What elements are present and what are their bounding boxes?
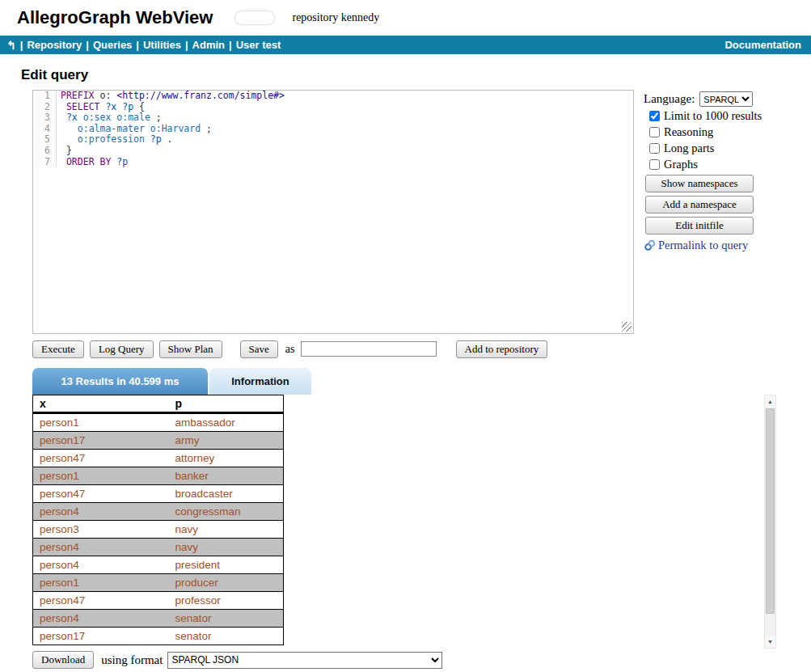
- query-editor[interactable]: 1PREFIX o: <http://www.franz.com/simple#…: [32, 90, 634, 334]
- checkbox-long-parts[interactable]: [649, 143, 660, 154]
- code-text: SELECT ?x ?p {: [57, 102, 145, 113]
- execute-button[interactable]: Execute: [32, 340, 84, 358]
- download-button[interactable]: Download: [32, 651, 94, 669]
- results-body: person1ambassadorperson17armyperson47att…: [33, 413, 284, 645]
- table-row[interactable]: person4congressman: [33, 503, 284, 521]
- table-cell: professor: [169, 592, 284, 610]
- main-nav: ↰ |Repository|Queries|Utilities|Admin|Us…: [0, 36, 811, 54]
- table-row[interactable]: person3navy: [33, 521, 284, 539]
- table-cell: senator: [169, 628, 284, 645]
- table-cell: senator: [169, 610, 284, 628]
- app-title: AllegroGraph WebView: [17, 7, 213, 28]
- language-label: Language:: [644, 92, 695, 106]
- main-content: Edit query 1PREFIX o: <http://www.franz.…: [0, 67, 811, 669]
- line-number: 2: [33, 102, 57, 113]
- option-limit-to-1000-results[interactable]: Limit to 1000 results: [649, 109, 791, 123]
- editor-lines: 1PREFIX o: <http://www.franz.com/simple#…: [33, 91, 633, 167]
- language-select[interactable]: SPARQL: [699, 91, 753, 107]
- results-scrollbar[interactable]: ▲ ▼: [764, 395, 776, 649]
- option-long-parts[interactable]: Long parts: [649, 142, 791, 155]
- checkbox-reasoning[interactable]: [649, 127, 660, 137]
- code-text: PREFIX o: <http://www.franz.com/simple#>: [57, 91, 285, 102]
- editor-resize-grip[interactable]: [622, 322, 631, 332]
- code-text: ?x o:sex o:male ;: [57, 112, 162, 124]
- table-row[interactable]: person47professor: [33, 592, 284, 610]
- checkbox-graphs[interactable]: [649, 159, 660, 170]
- query-options-panel: Language: SPARQL Limit to 1000 resultsRe…: [644, 90, 791, 334]
- format-select[interactable]: SPARQL JSON: [167, 652, 442, 669]
- nav-item-admin[interactable]: Admin: [192, 39, 225, 51]
- nav-item-user-test[interactable]: User test: [236, 39, 281, 51]
- nav-item-repository[interactable]: Repository: [27, 39, 82, 51]
- checkbox-limit-to-1000-results[interactable]: [649, 111, 660, 121]
- table-row[interactable]: person47attorney: [33, 450, 284, 467]
- results-table: xp person1ambassadorperson17armyperson47…: [32, 395, 284, 645]
- editor-line: 5 o:profession ?p .: [33, 134, 633, 146]
- option-checkboxes: Limit to 1000 resultsReasoningLong parts…: [644, 109, 791, 171]
- line-number: 4: [33, 124, 57, 135]
- table-cell: person1: [33, 574, 169, 592]
- table-row[interactable]: person1ambassador: [33, 413, 284, 432]
- nav-item-queries[interactable]: Queries: [93, 39, 132, 51]
- option-reasoning[interactable]: Reasoning: [649, 125, 791, 139]
- query-actions: Execute Log Query Show Plan Save as Add …: [32, 340, 811, 358]
- table-cell: broadcaster: [169, 485, 284, 503]
- table-cell: person1: [33, 413, 169, 432]
- show-namespaces-button[interactable]: Show namespaces: [645, 175, 754, 192]
- table-cell: person17: [33, 432, 169, 450]
- nav-item-utilities[interactable]: Utilities: [143, 39, 181, 51]
- table-cell: producer: [169, 574, 284, 592]
- nav-item-documentation[interactable]: Documentation: [724, 39, 801, 51]
- editor-line: 4 o:alma-mater o:Harvard ;: [33, 124, 633, 135]
- table-cell: navy: [169, 539, 284, 556]
- nav-separator: |: [185, 39, 188, 51]
- table-row[interactable]: person1producer: [33, 574, 284, 592]
- table-cell: person17: [33, 628, 169, 645]
- log-query-button[interactable]: Log Query: [90, 340, 154, 358]
- editor-line: 2 SELECT ?x ?p {: [33, 102, 633, 113]
- back-arrow-icon[interactable]: ↰: [6, 39, 16, 52]
- permalink-label: Permalink to query: [658, 239, 748, 252]
- table-cell: attorney: [169, 450, 284, 467]
- editor-row: 1PREFIX o: <http://www.franz.com/simple#…: [32, 90, 811, 334]
- add-to-repository-button[interactable]: Add to repository: [456, 340, 548, 358]
- column-header-x: x: [33, 395, 169, 413]
- line-number: 3: [33, 112, 57, 124]
- scroll-down-arrow-icon[interactable]: ▼: [765, 636, 775, 648]
- save-button[interactable]: Save: [240, 340, 278, 358]
- scrollbar-thumb[interactable]: [766, 408, 775, 614]
- add-a-namespace-button[interactable]: Add a namespace: [645, 196, 754, 213]
- tab-information[interactable]: Information: [209, 368, 311, 395]
- option-buttons: Show namespacesAdd a namespaceEdit initf…: [644, 175, 791, 235]
- table-cell: army: [169, 432, 284, 450]
- checkbox-label: Reasoning: [664, 125, 713, 139]
- nav-separator: |: [20, 39, 23, 51]
- using-format-label: using format: [101, 653, 163, 667]
- table-row[interactable]: person4navy: [33, 539, 284, 556]
- page-title: Edit query: [21, 67, 811, 83]
- table-cell: person47: [33, 592, 169, 610]
- line-number: 5: [33, 134, 57, 146]
- tab-results[interactable]: 13 Results in 40.599 ms: [32, 368, 208, 395]
- table-cell: person1: [33, 467, 169, 485]
- option-graphs[interactable]: Graphs: [649, 158, 791, 171]
- table-row[interactable]: person47broadcaster: [33, 485, 284, 503]
- table-cell: ambassador: [169, 413, 284, 432]
- permalink-link[interactable]: Permalink to query: [644, 239, 791, 252]
- code-text: ORDER BY ?p: [57, 157, 128, 168]
- line-number: 1: [33, 91, 57, 102]
- table-row[interactable]: person4president: [33, 556, 284, 574]
- edit-initfile-button[interactable]: Edit initfile: [645, 217, 754, 235]
- table-row[interactable]: person1banker: [33, 467, 284, 485]
- save-name-input[interactable]: [301, 341, 437, 357]
- show-plan-button[interactable]: Show Plan: [159, 340, 222, 358]
- table-row[interactable]: person4senator: [33, 610, 284, 628]
- table-cell: congressman: [169, 503, 284, 521]
- nav-separator: |: [136, 39, 139, 51]
- checkbox-label: Graphs: [664, 158, 698, 171]
- scroll-up-arrow-icon[interactable]: ▲: [765, 395, 775, 408]
- table-cell: person47: [33, 485, 169, 503]
- code-text: }: [57, 146, 72, 157]
- table-row[interactable]: person17army: [33, 432, 284, 450]
- table-row[interactable]: person17senator: [33, 628, 284, 645]
